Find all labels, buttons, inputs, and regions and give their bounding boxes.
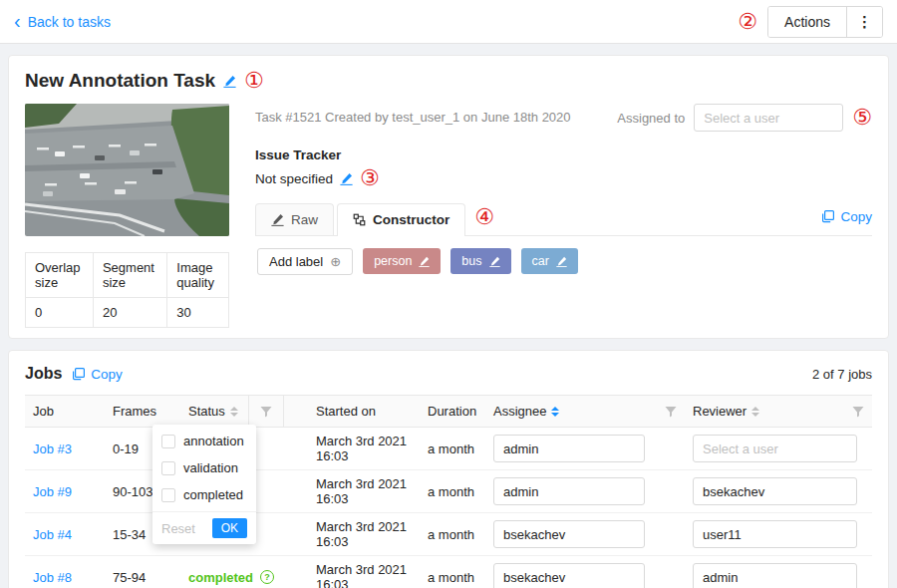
job-9-reviewer-input[interactable]	[693, 477, 857, 505]
status-filter-trigger[interactable]	[248, 396, 284, 427]
task-preview-thumbnail	[25, 104, 229, 236]
jobs-card: Jobs Copy 2 of 7 jobs Job Frames Status	[8, 350, 889, 588]
col-reviewer: Reviewer	[685, 396, 872, 428]
filter-ok-button[interactable]: OK	[212, 518, 247, 538]
edit-title-icon[interactable]	[223, 75, 236, 88]
labels-tabs: Raw Constructor ④ Copy	[255, 203, 872, 236]
edit-label-car-icon[interactable]	[556, 256, 567, 267]
reviewer-sorter[interactable]	[751, 407, 759, 417]
task-assignee-input[interactable]	[694, 104, 843, 132]
tab-constructor-label: Constructor	[373, 212, 449, 227]
checkbox-validation[interactable]	[161, 461, 175, 475]
param-header-segment: Segment size	[93, 253, 166, 298]
status-help-icon[interactable]: ?	[260, 570, 274, 584]
raw-tab-pencil-icon	[271, 213, 284, 226]
param-value-segment: 20	[93, 298, 166, 328]
job-9-link[interactable]: Job #9	[33, 484, 72, 499]
col-reviewer-label: Reviewer	[693, 404, 747, 419]
status-filter-dropdown: annotation validation completed Reset OK	[152, 425, 256, 544]
jobs-count: 2 of 7 jobs	[812, 367, 872, 382]
assignee-sorter[interactable]	[551, 407, 559, 417]
back-to-tasks-link[interactable]: ‹ Back to tasks	[14, 13, 111, 31]
col-started: Started on	[308, 396, 420, 428]
job-3-link[interactable]: Job #3	[33, 441, 72, 456]
job-4-assignee-input[interactable]	[493, 520, 645, 548]
task-parameters-table: Overlap size Segment size Image quality …	[25, 252, 229, 328]
job-8-assignee-input[interactable]	[493, 563, 645, 588]
status-sorter[interactable]	[230, 407, 238, 417]
label-chip-car[interactable]: car	[521, 248, 578, 274]
job-3-assignee-input[interactable]	[493, 435, 645, 462]
job-4-started: March 3rd 2021 16:03	[308, 513, 420, 556]
labels-copy-link[interactable]: Copy	[821, 209, 872, 230]
more-actions-button[interactable]: ⋮	[846, 7, 882, 37]
filter-option-validation[interactable]: validation	[152, 454, 256, 481]
job-4-reviewer-input[interactable]	[693, 520, 857, 548]
tab-raw[interactable]: Raw	[255, 203, 334, 235]
assignee-filter-icon[interactable]	[665, 406, 677, 418]
job-3-started: March 3rd 2021 16:03	[308, 428, 420, 470]
task-details-card: New Annotation Task ①	[8, 55, 889, 339]
topbar: ‹ Back to tasks ② Actions ⋮	[0, 0, 897, 44]
issue-tracker-value: Not specified	[255, 171, 333, 186]
add-label-button[interactable]: Add label ⊕	[257, 248, 353, 275]
job-9-assignee-input[interactable]	[493, 477, 645, 505]
plus-circle-icon: ⊕	[330, 255, 341, 268]
edit-issue-tracker-icon[interactable]	[340, 172, 353, 185]
label-chip-person[interactable]: person	[363, 248, 441, 274]
task-title: New Annotation Task	[25, 70, 215, 92]
jobs-copy-icon	[72, 368, 85, 381]
filter-funnel-icon	[260, 406, 272, 418]
job-8-reviewer-input[interactable]	[693, 563, 857, 588]
job-8-link[interactable]: Job #8	[33, 570, 72, 585]
param-header-quality: Image quality	[167, 253, 229, 298]
job-4-duration: a month	[420, 513, 485, 556]
reviewer-filter-icon[interactable]	[852, 406, 864, 418]
job-row-8: Job #8 75-94 completed ? March 3rd 2021 …	[25, 556, 872, 588]
annotation-marker-5: ⑤	[852, 107, 872, 129]
issue-tracker-label: Issue Tracker	[255, 147, 872, 162]
filter-option-annotation[interactable]: annotation	[152, 428, 256, 454]
label-chip-bus-name: bus	[461, 254, 481, 268]
back-label: Back to tasks	[28, 14, 111, 30]
label-chip-person-name: person	[374, 254, 412, 268]
col-assignee-label: Assignee	[493, 404, 546, 419]
col-assignee: Assignee	[485, 396, 685, 428]
filter-option-completed[interactable]: completed	[152, 481, 256, 508]
job-4-link[interactable]: Job #4	[33, 527, 72, 542]
kebab-icon: ⋮	[857, 13, 872, 30]
tab-constructor[interactable]: Constructor	[337, 203, 465, 236]
checkbox-annotation[interactable]	[161, 435, 175, 448]
add-label-text: Add label	[269, 254, 323, 269]
edit-label-person-icon[interactable]	[419, 256, 430, 267]
col-job: Job	[25, 396, 105, 428]
actions-button-group: Actions ⋮	[767, 6, 883, 38]
job-8-frames: 75-94	[105, 556, 180, 588]
assigned-to-label: Assigned to	[617, 111, 685, 126]
annotation-marker-2: ②	[738, 11, 757, 33]
back-chevron-icon: ‹	[14, 11, 21, 31]
label-chip-car-name: car	[532, 254, 549, 268]
filter-reset-button[interactable]: Reset	[161, 521, 195, 536]
jobs-title: Jobs	[25, 365, 62, 383]
checkbox-completed[interactable]	[161, 488, 175, 502]
task-meta-text: Task #1521 Created by test_user_1 on Jun…	[255, 104, 571, 125]
job-8-duration: a month	[420, 556, 485, 588]
job-8-status: completed ?	[188, 570, 274, 585]
jobs-copy-link[interactable]: Copy	[72, 367, 123, 382]
labels-copy-label: Copy	[840, 209, 872, 224]
job-3-duration: a month	[420, 428, 485, 470]
actions-button[interactable]: Actions	[768, 7, 846, 37]
param-value-quality: 30	[167, 298, 229, 328]
annotation-marker-1: ①	[244, 70, 264, 92]
label-constructor-panel: Add label ⊕ person bus car	[255, 236, 872, 287]
label-chip-bus[interactable]: bus	[450, 248, 510, 274]
job-3-reviewer-input[interactable]	[693, 435, 857, 462]
param-header-overlap: Overlap size	[26, 253, 94, 298]
col-frames: Frames	[105, 396, 180, 428]
edit-label-bus-icon[interactable]	[489, 256, 500, 267]
jobs-copy-label: Copy	[91, 367, 123, 382]
job-8-started: March 3rd 2021 16:03	[308, 556, 420, 588]
filter-option-annotation-label: annotation	[183, 434, 244, 448]
col-duration: Duration	[420, 396, 485, 428]
